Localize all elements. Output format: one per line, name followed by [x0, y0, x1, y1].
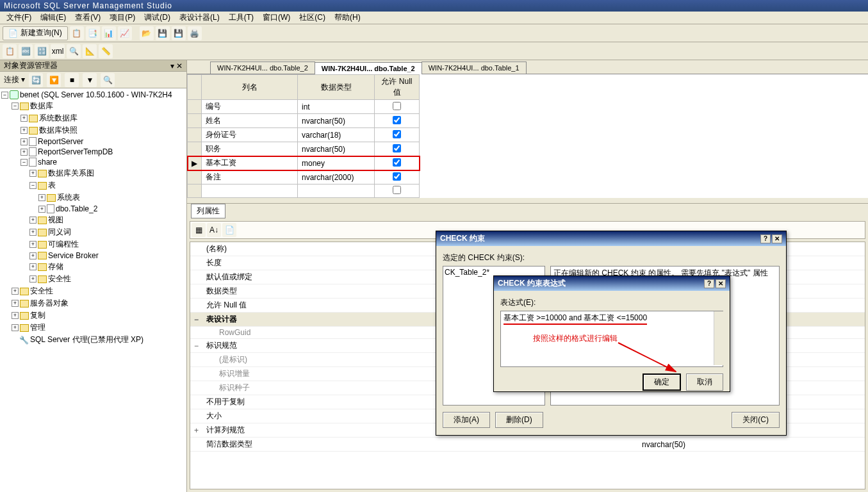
refresh-icon[interactable]: 🔄	[29, 73, 43, 87]
tree-expander[interactable]: +	[12, 288, 19, 295]
tree-databases[interactable]: 数据库	[30, 101, 53, 111]
nullable-checkbox[interactable]	[393, 102, 401, 110]
nullable-checkbox[interactable]	[393, 116, 401, 124]
close-icon[interactable]: ✕	[716, 279, 726, 288]
grid-header-datatype[interactable]: 数据类型	[298, 75, 375, 100]
nullable-checkbox[interactable]	[393, 158, 401, 167]
delete-button[interactable]: 删除(D)	[495, 412, 543, 428]
toolbar-icon[interactable]: 🔡	[35, 44, 49, 58]
tab-table2-a[interactable]: WIN-7K2H4UI... dbo.Table_2	[210, 62, 315, 74]
menu-project[interactable]: 项目(P)	[106, 11, 139, 24]
tree-security-db[interactable]: 安全性	[48, 274, 71, 284]
toolbar-icon[interactable]: 📏	[99, 44, 113, 58]
column-properties-tab[interactable]: 列属性	[191, 204, 225, 218]
tree-expander[interactable]: +	[29, 275, 37, 283]
nullable-checkbox[interactable]	[393, 172, 401, 181]
menu-tools[interactable]: 工具(T)	[225, 11, 258, 24]
table-row[interactable]: 备注nvarchar(2000)	[188, 170, 420, 184]
tree-root[interactable]: benet (SQL Server 10.50.1600 - WIN-7K2H4	[20, 90, 172, 99]
menu-file[interactable]: 文件(F)	[3, 11, 35, 24]
categorized-icon[interactable]: ▦	[192, 223, 206, 237]
search-icon[interactable]: 🔍	[101, 73, 115, 87]
tree-expander[interactable]: +	[20, 127, 28, 134]
alphabetical-icon[interactable]: A↓	[207, 223, 221, 237]
tree-expander[interactable]: +	[12, 324, 19, 331]
grid-header-colname[interactable]: 列名	[202, 75, 298, 100]
tree-programmability[interactable]: 可编程性	[48, 239, 79, 250]
table-row[interactable]: 职务nvarchar(50)	[188, 142, 420, 156]
nullable-checkbox[interactable]	[393, 186, 401, 194]
props-icon[interactable]: 📄	[222, 223, 236, 237]
tree-expander[interactable]: −	[29, 182, 37, 189]
table-row-selected[interactable]: ▶基本工资money	[188, 156, 420, 170]
menu-table-designer[interactable]: 表设计器(L)	[176, 11, 224, 24]
nullable-checkbox[interactable]	[393, 144, 401, 152]
toolbar-icon[interactable]: 📊	[102, 26, 116, 40]
tree-expander[interactable]: +	[29, 263, 37, 270]
tree-expander[interactable]: +	[29, 170, 37, 177]
tree-expander[interactable]: +	[29, 241, 37, 248]
expression-textarea[interactable]: 基本工资 >=10000 and 基本工资 <=15000 按照这样的格式进行编…	[500, 311, 723, 367]
tree-expander[interactable]: +	[29, 252, 37, 259]
tree-sysdb[interactable]: 系统数据库	[39, 113, 78, 124]
menu-help[interactable]: 帮助(H)	[331, 11, 364, 24]
table-row[interactable]: 身份证号varchar(18)	[188, 128, 420, 142]
table-row[interactable]: 姓名nvarchar(50)	[188, 114, 420, 128]
dialog-titlebar[interactable]: CHECK 约束 ? ✕	[436, 231, 786, 246]
tree-expander[interactable]: −	[20, 159, 28, 166]
prop-row[interactable]: 简洁数据类型nvarchar(50)	[190, 438, 865, 452]
tree-table2[interactable]: dbo.Table_2	[56, 204, 97, 213]
tree-replication[interactable]: 复制	[30, 310, 45, 321]
toolbar-icon[interactable]: 📐	[83, 44, 97, 58]
menu-window[interactable]: 窗口(W)	[259, 11, 294, 24]
tree-expander[interactable]: +	[20, 115, 28, 122]
help-icon[interactable]: ?	[760, 234, 771, 243]
cancel-button[interactable]: 取消	[686, 373, 723, 391]
save-icon[interactable]: 💾	[156, 26, 170, 40]
toolbar-icon[interactable]: xml	[51, 44, 65, 58]
nullable-checkbox[interactable]	[393, 130, 401, 138]
close-icon[interactable]: ✕	[772, 234, 782, 243]
tree-server-objects[interactable]: 服务器对象	[30, 298, 69, 309]
toolbar-icon[interactable]: 🔍	[67, 44, 81, 58]
menu-view[interactable]: 查看(V)	[71, 11, 104, 24]
grid-header-nullable[interactable]: 允许 Null 值	[375, 75, 420, 100]
print-icon[interactable]: 🖨️	[188, 26, 202, 40]
connect-button[interactable]: 连接 ▾	[4, 74, 25, 85]
tree-synonyms[interactable]: 同义词	[48, 227, 71, 238]
add-button[interactable]: 添加(A)	[443, 412, 490, 428]
tree-tables[interactable]: 表	[48, 180, 56, 191]
tab-table2-active[interactable]: WIN-7K2H4UI... dbo.Table_2	[315, 62, 422, 74]
tree-views[interactable]: 视图	[48, 215, 63, 226]
tree-snapshot[interactable]: 数据库快照	[39, 125, 78, 136]
tree-share[interactable]: share	[38, 158, 57, 167]
tree-expander[interactable]: +	[29, 229, 37, 236]
tree-sql-agent[interactable]: SQL Server 代理(已禁用代理 XP)	[30, 334, 143, 345]
scrollbar[interactable]	[714, 311, 724, 365]
tree-expander[interactable]: +	[29, 217, 37, 224]
menu-debug[interactable]: 调试(D)	[140, 11, 174, 24]
dialog-titlebar[interactable]: CHECK 约束表达式 ? ✕	[494, 276, 730, 291]
ok-button[interactable]: 确定	[643, 373, 681, 391]
tree-systables[interactable]: 系统表	[57, 192, 80, 203]
close-button[interactable]: 关闭(C)	[732, 412, 780, 428]
filter-icon[interactable]: ▼	[83, 73, 97, 87]
toolbar-icon[interactable]: 🔤	[19, 44, 33, 58]
toolbar-icon[interactable]: 📋	[3, 44, 17, 58]
menu-community[interactable]: 社区(C)	[295, 11, 329, 24]
new-query-button[interactable]: 📄 新建查询(N)	[3, 26, 68, 40]
tree-reportservertemp[interactable]: ReportServerTempDB	[38, 147, 113, 156]
stop-icon[interactable]: ■	[65, 73, 79, 87]
save-all-icon[interactable]: 💾	[172, 26, 186, 40]
tree-diagrams[interactable]: 数据库关系图	[48, 168, 94, 179]
toolbar-icon[interactable]: 📑	[86, 26, 100, 40]
toolbar-icon[interactable]: 📋	[70, 26, 84, 40]
object-explorer-tree[interactable]: −benet (SQL Server 10.50.1600 - WIN-7K2H…	[0, 88, 186, 492]
menu-edit[interactable]: 编辑(E)	[37, 11, 70, 24]
tree-reportserver[interactable]: ReportServer	[38, 137, 83, 146]
tree-expander[interactable]: +	[38, 194, 45, 201]
help-icon[interactable]: ?	[704, 279, 714, 288]
tab-table1[interactable]: WIN-7K2H4UI... dbo.Table_1	[422, 62, 527, 74]
tree-expander[interactable]: +	[20, 149, 28, 156]
tree-expander[interactable]: +	[38, 206, 45, 213]
